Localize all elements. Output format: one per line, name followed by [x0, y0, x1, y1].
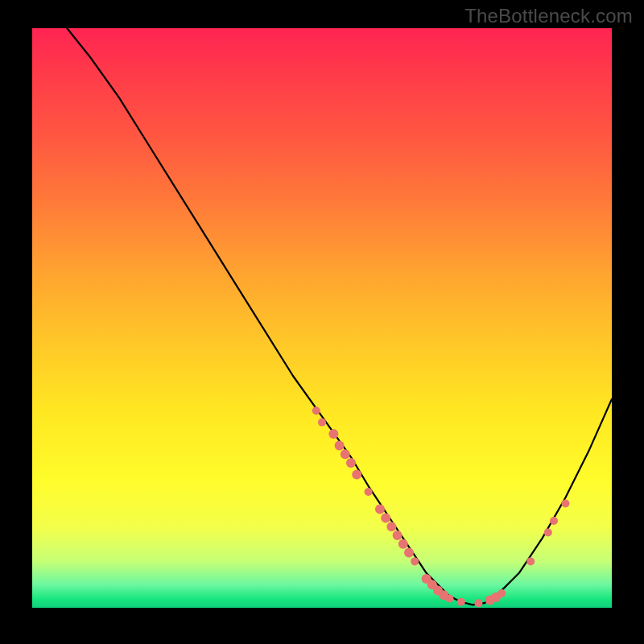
data-point-marker [457, 598, 465, 606]
data-point-marker [375, 505, 385, 514]
data-point-marker [445, 595, 453, 603]
data-point-marker [328, 429, 338, 439]
data-point-marker [497, 589, 506, 597]
data-point-marker [341, 449, 350, 459]
data-point-marker [352, 469, 361, 479]
data-point-marker [398, 539, 408, 549]
data-point-marker [474, 599, 482, 607]
data-point-marker [404, 548, 414, 558]
curve-svg [32, 28, 612, 608]
data-point-marker [411, 557, 419, 565]
data-point-marker [544, 528, 552, 536]
marker-group [312, 407, 570, 607]
data-point-marker [393, 530, 402, 540]
data-point-marker [381, 513, 390, 522]
plot-area [32, 28, 612, 608]
data-point-marker [365, 488, 373, 496]
data-point-marker [526, 557, 535, 565]
data-point-marker [561, 499, 569, 507]
data-point-marker [312, 407, 320, 415]
data-point-marker [318, 419, 326, 427]
data-point-marker [386, 522, 396, 531]
data-point-marker [335, 440, 345, 450]
data-point-marker [550, 517, 558, 525]
data-point-marker [346, 458, 356, 468]
watermark-text: TheBottleneck.com [464, 5, 633, 27]
bottleneck-curve [67, 28, 612, 605]
chart-frame: TheBottleneck.com [0, 0, 644, 644]
